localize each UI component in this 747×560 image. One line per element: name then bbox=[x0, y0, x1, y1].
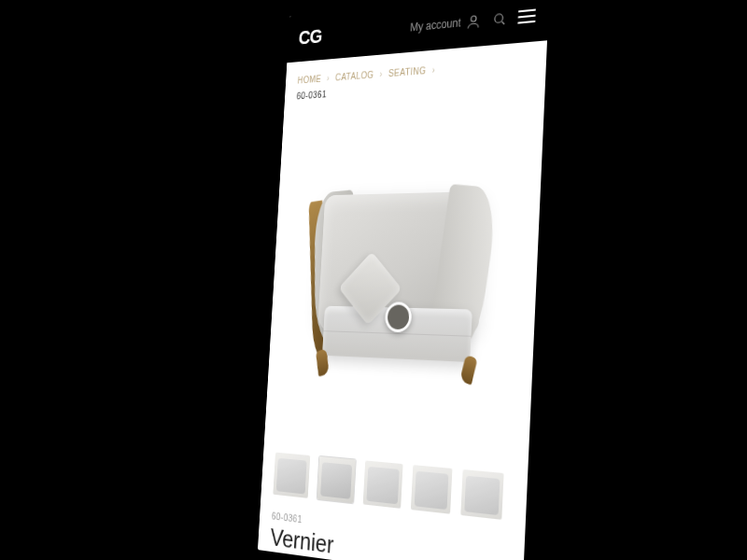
my-account-link[interactable]: My account bbox=[410, 12, 482, 35]
chevron-right-icon: › bbox=[432, 64, 436, 75]
breadcrumb-seating[interactable]: SEATING bbox=[388, 65, 427, 78]
svg-point-0 bbox=[471, 16, 476, 22]
thumbnail[interactable] bbox=[273, 453, 310, 498]
product-hero-image[interactable] bbox=[264, 89, 545, 467]
my-account-label: My account bbox=[410, 16, 461, 34]
menu-icon[interactable] bbox=[517, 8, 536, 23]
thumbnail[interactable] bbox=[411, 465, 453, 514]
chevron-right-icon: › bbox=[379, 69, 383, 79]
brand-logo[interactable]: CG bbox=[298, 17, 401, 49]
thumbnail[interactable] bbox=[363, 460, 403, 508]
breadcrumb-home[interactable]: HOME bbox=[297, 74, 321, 85]
mobile-viewport: CG My account HOME › CATALOG › SEATING ›… bbox=[258, 0, 550, 560]
user-icon bbox=[465, 12, 481, 31]
product-image bbox=[305, 174, 496, 388]
breadcrumb-catalog[interactable]: CATALOG bbox=[335, 70, 374, 83]
thumbnail[interactable] bbox=[460, 469, 503, 520]
thumbnail[interactable] bbox=[317, 456, 356, 503]
svg-point-1 bbox=[495, 14, 503, 23]
chevron-right-icon: › bbox=[327, 73, 331, 83]
search-icon[interactable] bbox=[491, 9, 508, 28]
